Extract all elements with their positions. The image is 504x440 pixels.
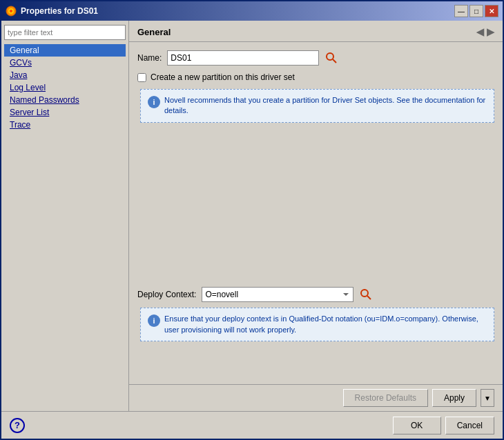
apply-dropdown-button[interactable]: ▼: [481, 389, 494, 407]
button-bar: Restore Defaults Apply ▼: [129, 384, 503, 411]
main-content: General GCVs Java Log Level Named Passwo…: [1, 21, 503, 411]
ok-button[interactable]: OK: [393, 417, 441, 434]
title-bar: Properties for DS01 — □ ✕: [1, 1, 503, 21]
sidebar-item-server-list[interactable]: Server List: [4, 106, 126, 119]
info-icon-1: i: [148, 96, 160, 108]
close-button[interactable]: ✕: [485, 5, 498, 17]
deploy-select[interactable]: O=novell: [202, 287, 353, 302]
partition-checkbox-row: Create a new partition on this driver se…: [137, 72, 494, 82]
navigation-arrows: ◀ ▶: [476, 26, 494, 37]
sidebar: General GCVs Java Log Level Named Passwo…: [1, 21, 129, 411]
deploy-row: Deploy Context: O=novell: [137, 287, 494, 302]
partition-checkbox[interactable]: [137, 73, 146, 82]
deploy-label: Deploy Context:: [137, 290, 196, 299]
panel-header: General ◀ ▶: [129, 21, 503, 42]
window-controls: — □ ✕: [454, 5, 498, 17]
panel-title: General: [137, 27, 171, 37]
name-search-icon[interactable]: [324, 51, 338, 65]
maximize-button[interactable]: □: [469, 5, 483, 17]
partition-info-box: i Novell recommends that you create a pa…: [140, 89, 494, 123]
partition-label: Create a new partition on this driver se…: [151, 72, 295, 82]
deploy-search-icon[interactable]: [359, 288, 373, 301]
svg-line-4: [333, 59, 336, 63]
cancel-button[interactable]: Cancel: [445, 417, 494, 434]
back-arrow[interactable]: ◀: [476, 26, 484, 37]
sidebar-item-trace[interactable]: Trace: [4, 119, 126, 131]
deploy-info-text: Ensure that your deploy context is in Qu…: [164, 314, 487, 335]
help-icon[interactable]: ?: [10, 418, 25, 433]
window-title: Properties for DS01: [21, 6, 454, 16]
sidebar-item-general[interactable]: General: [4, 44, 126, 57]
sidebar-item-gcvs[interactable]: GCVs: [4, 57, 126, 69]
svg-point-3: [327, 53, 333, 60]
info-icon-2: i: [148, 314, 160, 327]
svg-point-2: [10, 10, 12, 12]
filter-input[interactable]: [4, 25, 126, 40]
apply-button[interactable]: Apply: [432, 389, 476, 407]
main-window: Properties for DS01 — □ ✕ General GCVs J…: [0, 0, 504, 440]
minimize-button[interactable]: —: [454, 5, 468, 17]
svg-point-5: [361, 290, 368, 297]
footer-buttons: OK Cancel: [393, 417, 494, 434]
deploy-info-box: i Ensure that your deploy context is in …: [140, 308, 494, 341]
window-icon: [6, 6, 17, 17]
forward-arrow[interactable]: ▶: [487, 26, 494, 37]
sidebar-item-java[interactable]: Java: [4, 69, 126, 81]
window-body: General GCVs Java Log Level Named Passwo…: [1, 21, 503, 439]
name-field-row: Name:: [137, 50, 494, 66]
sidebar-item-log-level[interactable]: Log Level: [4, 81, 126, 94]
svg-line-6: [367, 296, 371, 299]
bottom-spacer: [137, 348, 494, 376]
deploy-section: Deploy Context: O=novell: [137, 287, 494, 341]
sidebar-item-named-passwords[interactable]: Named Passwords: [4, 94, 126, 106]
right-panel: General ◀ ▶ Name:: [129, 21, 503, 411]
partition-info-text: Novell recommends that you create a part…: [164, 95, 487, 117]
name-input[interactable]: [167, 50, 319, 66]
panel-content: Name: Create a new partition on this d: [129, 42, 503, 384]
content-spacer: [137, 130, 494, 280]
restore-defaults-button[interactable]: Restore Defaults: [343, 389, 428, 407]
footer: ? OK Cancel: [1, 411, 503, 439]
name-label: Name:: [137, 53, 162, 63]
